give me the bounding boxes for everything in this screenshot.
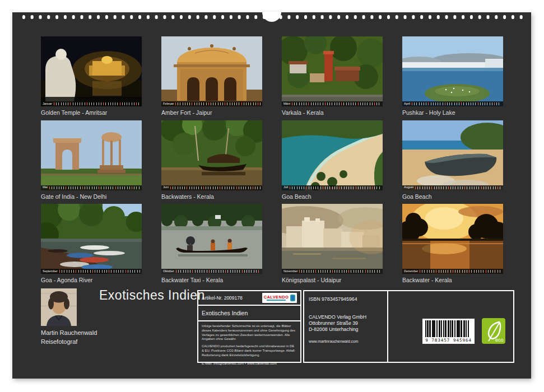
month-label: Januar [43,102,52,106]
thumbnail-caption: Amber Fort - Jaipur [161,109,262,116]
mini-calendar-strip: März [282,101,383,106]
calvendo-tagline-bar [267,300,286,301]
calvendo-wordmark: CALVENDO [264,295,289,301]
mini-calendar-strip: Dezember [402,269,503,274]
calendar-thumbnail: Mai Gate of India - New Delhi [41,120,142,200]
barcode-number: 9 783457 945964 [425,338,472,343]
mini-calendar-strip: April [402,101,503,106]
month-photo-golden-temple: Januar [41,36,142,106]
month-photo-pushkar: April [402,36,503,106]
thumbnail-caption: Backwater Taxi - Kerala [161,277,262,284]
day-cells [176,270,261,273]
month-label: Februar [163,102,174,106]
mini-calendar-strip: Oktober [161,269,262,274]
product-image-canvas: Januar Golden Temple - Amritsar Februar [0,0,544,392]
publisher-name: CALVENDO Verlag GmbH [309,314,383,320]
month-label: Oktober [163,270,174,273]
calendar-thumbnail: November Königspalast - Udaipur [282,204,383,284]
month-photo-udaipur-palace: November [282,204,383,274]
author-portrait [41,288,77,326]
day-cells [54,102,140,105]
thumbnail-caption: Varkala - Kerala [282,109,383,116]
thumbnail-caption: Goa - Agonda River [41,277,142,284]
thumbnail-caption: Goa Beach [402,193,503,200]
article-number: Artikel-Nr. 2009178 [202,295,243,301]
day-cells [290,186,381,189]
thumbnail-caption: Backwater - Kerala [402,277,503,284]
barcode-bars [425,320,470,337]
day-cells [170,186,261,189]
calendar-thumbnail: Oktober Backwater Taxi - Kerala [161,204,262,284]
day-cells [299,270,381,273]
mini-calendar-strip: Juli [282,185,383,190]
ean-barcode: 9 783457 945964 [422,319,475,344]
day-cells [420,270,501,273]
publisher-city: D-82008 Unterhaching [309,326,383,333]
month-label: August [404,186,413,189]
calvendo-logo: CALVENDO [262,293,297,303]
calendar-thumbnail: Juni Backwaters - Kerala [161,120,262,200]
month-photo-backwaters-houseboat: Juni [161,120,262,190]
thumbnail-caption: Goa Beach [282,193,383,200]
day-cells [415,186,501,189]
legal-text-block: Infolge bestehender Schutzrechte ist es … [198,321,300,365]
contact-line: E-Mail: info@calvendo.com • www.calvendo… [202,361,297,365]
eco-logo: eco [482,318,505,344]
thumbnail-caption: Golden Temple - Amritsar [41,109,142,116]
day-cells [49,186,140,189]
calendar-thumbnail: April Pushkar - Holy Lake [402,36,503,116]
month-photo-agonda-river: September [41,204,142,274]
mini-calendar-strip: Juni [161,185,262,190]
month-label: Mai [43,186,48,189]
hanger-notch [262,12,281,22]
calendar-thumbnail: August Goa Beach [402,120,503,200]
mini-calendar-strip: Januar [41,101,142,106]
calendar-thumbnail: Februar Amber Fort - Jaipur [161,36,262,116]
author-role: Reisefotograf [41,338,77,345]
mini-calendar-strip: August [402,185,503,190]
month-thumbnail-grid: Januar Golden Temple - Amritsar Februar [41,36,503,284]
month-label: Dezember [404,270,418,273]
calendar-thumbnail: September Goa - Agonda River [41,204,142,284]
month-photo-gate-of-india: Mai [41,120,142,190]
day-cells [59,270,140,273]
calendar-thumbnail: Januar Golden Temple - Amritsar [41,36,142,116]
author-name: Martin Rauchenwald [41,329,97,336]
isbn-number: ISBN 9783457945964 [309,296,383,302]
svg-text:eco: eco [495,337,504,343]
calendar-thumbnail: Dezember Backwater - Kerala [402,204,503,284]
month-label: Juli [283,186,288,189]
calendar-back-page: Januar Golden Temple - Amritsar Februar [12,12,531,379]
calendar-title: Exotisches Indien [99,288,205,303]
publisher-street: Ottobrunner Straße 39 [309,320,383,326]
month-photo-goa-beach-boat: August [402,120,503,190]
publisher-address: CALVENDO Verlag GmbH Ottobrunner Straße … [309,314,383,333]
month-photo-backwater-taxi: Oktober [161,204,262,274]
author-website: www.martinrauchenwald.com [309,339,383,343]
thumbnail-caption: Pushkar - Holy Lake [402,109,503,116]
day-cells [175,102,261,105]
month-label: November [283,270,297,273]
month-label: Juni [163,186,169,189]
product-info-box: Artikel-Nr. 2009178 CALVENDO Exotisches … [197,290,301,363]
calendar-thumbnail: März Varkala - Kerala [282,36,383,116]
thumbnail-caption: Gate of India - New Delhi [41,193,142,200]
thumbnail-caption: Backwaters - Kerala [161,193,262,200]
legal-paragraph: CALVENDO produziert bedarfsgerecht und k… [202,344,297,357]
month-photo-goa-beach-aerial: Juli [282,120,383,190]
mini-calendar-strip: Februar [161,101,262,106]
thumbnail-caption: Königspalast - Udaipur [282,277,383,284]
legal-paragraph: Infolge bestehender Schutzrechte ist es … [202,324,297,342]
calvendo-calendar-icon [290,295,295,301]
publisher-column: ISBN 9783457945964 CALVENDO Verlag GmbH … [304,291,388,362]
month-photo-amber-fort: Februar [161,36,262,106]
article-row: Artikel-Nr. 2009178 CALVENDO [198,291,300,306]
barcode-column: 9 783457 945964 eco [388,291,513,362]
month-label: März [283,102,290,106]
calendar-thumbnail: Juli Goa Beach [282,120,383,200]
day-cells [292,102,381,105]
product-title-row: Exotisches Indien [198,306,300,321]
month-label: April [404,102,410,106]
publisher-and-barcode-box: ISBN 9783457945964 CALVENDO Verlag GmbH … [303,290,514,363]
month-photo-varkala: März [282,36,383,106]
